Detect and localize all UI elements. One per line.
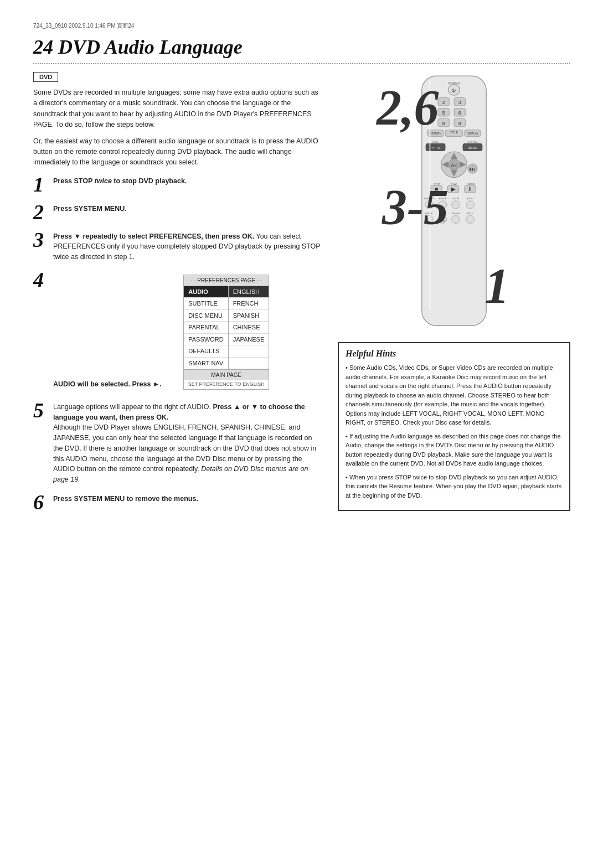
svg-text:⏭: ⏭ (470, 166, 475, 172)
preferences-table: - - PREFERENCES PAGE - - AUDIO SUBTITLE … (183, 275, 269, 390)
step-1-content: Press STOP twice to stop DVD playback. (53, 174, 321, 187)
step-2-number: 2 (33, 202, 49, 223)
pref-cell-chinese: CHINESE (229, 322, 269, 334)
svg-text:9: 9 (458, 121, 461, 126)
step-4-text: AUDIO will be selected. Press ►. (53, 380, 162, 388)
pref-cell-parental: PARENTAL (184, 322, 228, 334)
step-1: 1 Press STOP twice to stop DVD playback. (33, 174, 321, 195)
pref-cell-japanese: JAPANESE (229, 334, 269, 346)
steps-container: 1 Press STOP twice to stop DVD playback.… (33, 174, 321, 513)
svg-text:2: 2 (442, 100, 445, 105)
step-2-text: Press SYSTEM MENU. (53, 205, 127, 213)
pref-cell-password: PASSWORD (184, 334, 228, 346)
step-6-text: Press SYSTEM MENU to remove the menus. (53, 495, 198, 503)
hint-1: Some Audio CDs, Video CDs, or Super Vide… (346, 363, 563, 427)
right-column: 2,6 ⏻ POWER 2 3 5 (338, 72, 570, 519)
page-title: 24 DVD Audio Language (33, 35, 570, 59)
svg-text:▲: ▲ (432, 146, 434, 149)
pref-cell-empty1 (229, 345, 269, 358)
svg-point-64 (466, 215, 475, 224)
step-5: 5 Language options will appear to the ri… (33, 400, 321, 485)
pref-cell-audio: AUDIO (184, 286, 228, 298)
step-2: 2 Press SYSTEM MENU. (33, 202, 321, 223)
header-meta: 724_33_0910 2002.9.10 1:46 PM 頁面24 (33, 22, 570, 30)
svg-text:⏸: ⏸ (467, 186, 473, 192)
step-4: 4 AUDIO will be selected. Press ►. - - P… (33, 269, 321, 393)
intro-para2: Or, the easiest way to choose a differen… (33, 136, 321, 168)
svg-text:MUTE: MUTE (467, 213, 473, 215)
svg-text:AUDIO: AUDIO (467, 197, 474, 200)
large-number-35: 3-5 (382, 183, 448, 232)
hints-text: Some Audio CDs, Video CDs, or Super Vide… (346, 363, 563, 500)
pref-cell-defaults: DEFAULTS (184, 345, 228, 358)
svg-text:MENU: MENU (468, 146, 477, 149)
svg-text:POWER: POWER (448, 81, 460, 85)
step-6-number: 6 (33, 492, 49, 513)
main-layout: DVD Some DVDs are recorded in multiple l… (33, 72, 570, 519)
step-4-content: AUDIO will be selected. Press ►. - - PRE… (53, 269, 321, 393)
svg-text:DISPLAY: DISPLAY (467, 132, 479, 135)
step-5-number: 5 (33, 400, 49, 421)
pref-cell-subtitle: SUBTITLE (184, 298, 228, 310)
svg-text:▶: ▶ (451, 186, 456, 192)
svg-point-55 (466, 201, 475, 209)
helpful-hints-box: Helpful Hints Some Audio CDs, Video CDs,… (338, 342, 570, 511)
dvd-badge: DVD (33, 72, 58, 82)
step-1-text: Press STOP twice to stop DVD playback. (53, 177, 187, 185)
pref-table-header: - - PREFERENCES PAGE - - (184, 275, 269, 286)
svg-point-63 (452, 215, 460, 224)
step-5-content: Language options will appear to the righ… (53, 400, 321, 485)
step-3-content: Press ▼ repeatedly to select PREFERENCES… (53, 229, 321, 262)
svg-text:8: 8 (442, 121, 445, 126)
intro-para1: Some DVDs are recorded in multiple langu… (33, 87, 321, 131)
page-container: 724_33_0910 2002.9.10 1:46 PM 頁面24 24 DV… (0, 0, 598, 868)
large-number-26: 2,6 (377, 83, 439, 133)
hint-3: When you press STOP twice to stop DVD pl… (346, 473, 563, 500)
svg-text:PLAY: PLAY (451, 183, 457, 185)
step-3-number: 3 (33, 229, 49, 250)
pref-cell-empty2 (229, 358, 269, 370)
hint-2: If adjusting the Audio language as descr… (346, 432, 563, 468)
step-6-content: Press SYSTEM MENU to remove the menus. (53, 492, 321, 504)
svg-text:DISC: DISC (432, 141, 438, 143)
step-6: 6 Press SYSTEM MENU to remove the menus. (33, 492, 321, 513)
pref-cell-french: FRENCH (229, 298, 269, 310)
svg-text:5: 5 (442, 110, 445, 116)
svg-text:ZOOM: ZOOM (452, 197, 460, 200)
step-1-number: 1 (33, 174, 49, 195)
svg-text:⏻: ⏻ (452, 88, 456, 93)
step-5-intro: Language options will appear to the righ… (53, 403, 305, 421)
pref-cell-disc-menu: DISC MENU (184, 310, 228, 322)
step-2-content: Press SYSTEM MENU. (53, 202, 321, 214)
pref-cell-english: ENGLISH (229, 286, 269, 298)
step-4-number: 4 (33, 269, 49, 290)
pref-cell-smart-nav: SMART NAV (184, 358, 228, 370)
step-3: 3 Press ▼ repeatedly to select PREFERENC… (33, 229, 321, 262)
pref-col-right: ENGLISH FRENCH SPANISH CHINESE JAPANESE (229, 286, 269, 370)
svg-text:PAUSE: PAUSE (467, 183, 475, 185)
svg-text:3: 3 (458, 100, 461, 105)
left-column: DVD Some DVDs are recorded in multiple l… (33, 72, 321, 519)
svg-text:TITLE: TITLE (450, 131, 458, 134)
pref-table-footer: MAIN PAGE (184, 369, 269, 380)
pref-col-left: AUDIO SUBTITLE DISC MENU PARENTAL PASSWO… (184, 286, 228, 370)
hints-title: Helpful Hints (346, 349, 563, 359)
remote-illustration: 2,6 ⏻ POWER 2 3 5 (410, 72, 498, 331)
svg-text:REVIEW: REVIEW (452, 213, 460, 215)
pref-cell-spanish: SPANISH (229, 310, 269, 322)
pref-table-body: AUDIO SUBTITLE DISC MENU PARENTAL PASSWO… (184, 286, 269, 370)
step-3-text-bold: Press ▼ repeatedly to select PREFERENCES… (53, 232, 254, 240)
svg-text:6: 6 (458, 110, 461, 116)
step-5-normal: Although the DVD Player shows ENGLISH, F… (53, 423, 316, 483)
pref-table-footer-sub: SET PREFERENCE TO ENGLISH (184, 380, 269, 389)
svg-point-54 (452, 201, 460, 209)
svg-text:SYSTEM: SYSTEM (467, 141, 477, 143)
title-divider (33, 63, 570, 64)
large-number-1: 1 (484, 257, 509, 314)
svg-text:OK: OK (451, 163, 457, 168)
